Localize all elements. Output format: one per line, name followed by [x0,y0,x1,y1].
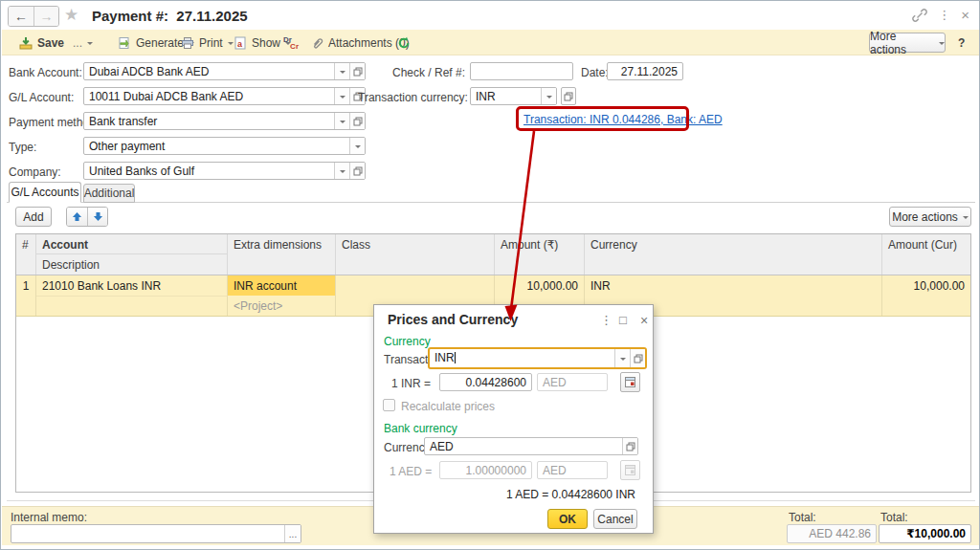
company-open-button[interactable] [349,163,365,179]
type-dropdown[interactable] [349,138,365,154]
description-cell[interactable] [36,296,228,316]
save-more-menu[interactable]: ... [73,30,93,55]
project-cell[interactable]: <Project> [228,296,336,316]
dialog-transaction-field[interactable]: INR [428,347,647,369]
extra-dimensions-cell[interactable]: INR account [228,275,336,296]
bank-account-open-button[interactable] [349,63,365,79]
total-bank-value: AED 442.86 [788,525,876,542]
print-label: Print [199,36,223,50]
save-button[interactable]: Save [19,30,64,55]
account-cell[interactable]: 21010 Bank Loans INR [36,275,228,296]
text-caret [455,352,456,363]
total-bank-label: Total: [789,511,816,524]
column-header-description[interactable]: Description [36,254,228,275]
transaction-currency-field[interactable]: INR [470,87,557,105]
column-header-account[interactable]: Account [36,234,228,254]
check-ref-value [471,63,572,79]
amount-cur-cell[interactable]: 10,000.00 [882,275,970,316]
tab-additional[interactable]: Additional [83,184,135,203]
add-row-button[interactable]: Add [15,207,52,227]
recalculate-prices-checkbox[interactable] [383,399,395,411]
column-header-class[interactable]: Class [336,234,495,275]
chevron-down-icon [228,42,234,48]
exchange-rates-button[interactable] [620,372,640,392]
row-number-cell[interactable]: 1 [16,275,36,316]
prices-and-currency-dialog: Prices and Currency ⋮ □ × Currency Trans… [373,304,654,534]
chevron-down-icon [340,121,345,126]
ok-button[interactable]: OK [547,509,588,529]
gl-account-dropdown[interactable] [334,88,349,104]
transaction-currency-open-button[interactable] [561,87,576,105]
dialog-close-icon[interactable]: × [640,313,648,328]
column-header-currency[interactable]: Currency [585,234,882,275]
date-label: Date: [581,66,609,79]
window-close-icon[interactable]: × [961,7,969,23]
date-value: 27.11.2025 [608,63,682,79]
payment-method-open-button[interactable] [349,113,365,129]
dialog-bank-rate-label: 1 AED = [390,465,432,478]
dr-cr-button[interactable]: DrCr [283,30,299,55]
memo-ellipsis-button[interactable]: ... [284,525,301,542]
dialog-transaction-dropdown[interactable] [614,349,630,367]
company-field[interactable]: United Banks of Gulf [83,162,366,180]
chevron-down-icon [355,145,361,151]
bank-account-dropdown[interactable] [334,63,349,79]
dialog-menu-icon[interactable]: ⋮ [600,313,612,327]
rate-summary-text: 1 AED = 0.04428600 INR [506,488,635,501]
payment-method-dropdown[interactable] [334,113,349,129]
ok-label: OK [559,513,576,526]
check-ref-label: Check / Ref #: [382,66,465,79]
transaction-currency-dropdown[interactable] [541,88,556,104]
dialog-rate-field[interactable]: 0.04428600 [439,373,532,391]
arrow-up-icon [72,211,82,222]
total-bank-field: AED 442.86 [787,524,877,543]
print-menu[interactable]: Print [181,30,234,55]
bank-account-field[interactable]: Dubai ADCB Bank AED [83,62,366,80]
company-dropdown[interactable] [334,163,349,179]
back-button[interactable]: ← [9,7,33,26]
dialog-bank-currency-open-button[interactable] [622,438,637,454]
bank-account-label: Bank Account: [9,66,82,79]
show-icon: a [234,36,247,50]
dialog-bank-rate-unit-field: AED [537,461,608,479]
move-row-down-button[interactable] [87,208,107,226]
window-menu-icon[interactable]: ⋮ [938,8,950,22]
dialog-title: Prices and Currency [388,312,518,327]
more-actions-button[interactable]: More actions [869,33,946,53]
total-label: Total: [880,511,908,524]
move-row-up-button[interactable] [67,208,87,226]
check-ref-field[interactable] [470,62,573,80]
table-more-actions-button[interactable]: More actions [889,207,971,227]
forward-button[interactable]: → [33,7,58,26]
bank-currency-section-header: Bank currency [384,422,457,435]
attachments-button[interactable]: Attachments (0) [311,30,410,55]
transaction-currency-value: INR [471,88,541,104]
get-link-icon[interactable] [912,8,927,23]
dialog-bank-currency-field[interactable]: AED [424,437,638,455]
column-header-extra-dimensions[interactable]: Extra dimensions [228,234,336,275]
chevron-down-icon [546,96,552,101]
refresh-button[interactable] [397,30,411,55]
recalculate-prices-label: Recalculate prices [401,400,495,413]
favorite-star-icon[interactable]: ★ [64,5,78,25]
internal-memo-field[interactable]: ... [11,524,301,543]
prices-currency-link[interactable]: Transaction: INR 0.044286, Bank: AED [523,113,723,126]
help-button[interactable]: ? [958,30,965,55]
dialog-maximize-icon[interactable]: □ [619,313,627,327]
gl-account-field[interactable]: 10011 Dubai ADCB Bank AED [83,87,366,105]
paperclip-icon [311,36,323,50]
cancel-button[interactable]: Cancel [593,509,637,529]
date-field[interactable]: 27.11.2025 [607,62,683,80]
dialog-transaction-open-button[interactable] [630,349,645,367]
column-header-num[interactable]: # [16,234,36,275]
open-form-icon [353,117,363,126]
open-form-icon [634,354,643,363]
column-header-amount[interactable]: Amount (₹) [495,234,585,275]
save-label: Save [37,36,64,50]
column-header-amount-cur[interactable]: Amount (Cur) [882,234,970,275]
table-more-actions-label: More actions [892,210,958,224]
tab-gl-accounts[interactable]: G/L Accounts [9,182,81,203]
payment-method-field[interactable]: Bank transfer [83,112,366,130]
currency-section-header: Currency [384,335,431,348]
type-field[interactable]: Other payment [83,137,366,155]
